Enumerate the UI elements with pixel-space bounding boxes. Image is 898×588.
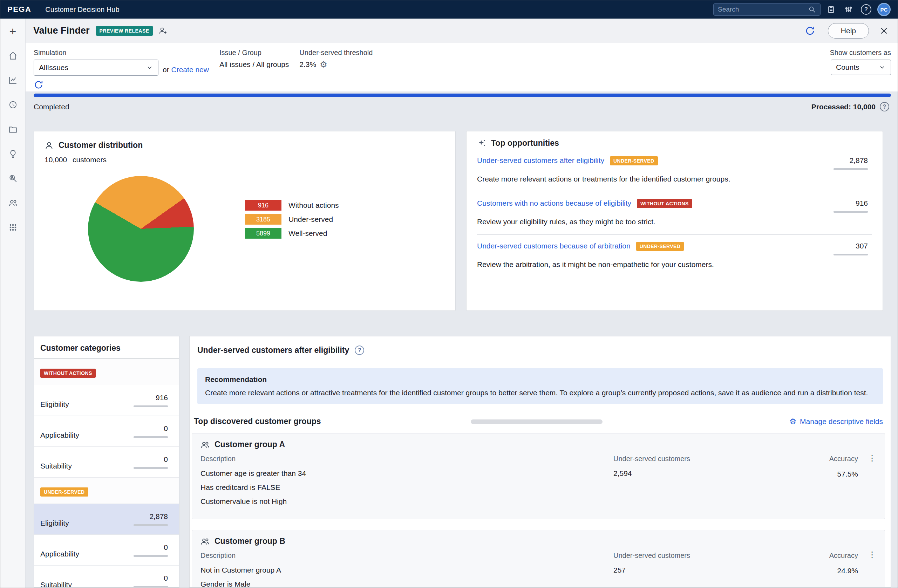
category-section-header: WITHOUT ACTIONS: [34, 359, 179, 385]
simulation-group: Simulation AllIssues: [34, 49, 158, 90]
under-served-customers-value: 2,594: [614, 469, 810, 477]
analytics-icon[interactable]: [5, 72, 21, 88]
customer-distribution-pie: [88, 176, 194, 282]
under-served-customers-label: Under-served customers: [614, 455, 810, 463]
gear-icon: ⚙: [789, 418, 797, 425]
rerun-simulation-icon[interactable]: [34, 80, 158, 90]
search-field[interactable]: [718, 6, 808, 13]
add-icon[interactable]: +: [5, 23, 21, 39]
refresh-icon[interactable]: [805, 26, 815, 36]
chevron-down-icon: [146, 64, 153, 71]
opportunity-row: Customers with no actions because of eli…: [477, 192, 872, 235]
category-minibar: [134, 524, 168, 526]
opportunity-row: Under-served customers after eligibility…: [477, 149, 872, 192]
category-row-suitability[interactable]: Suitability 0: [34, 566, 179, 588]
group-name: Customer group A: [215, 440, 285, 449]
opportunity-link[interactable]: Customers with no actions because of eli…: [477, 199, 631, 207]
customer-group-card-a: Customer group A Description Customer ag…: [192, 433, 885, 519]
category-row-eligibility-selected[interactable]: Eligibility 2,878: [34, 504, 179, 535]
main-area: Customer distribution 10,000 customers 9…: [26, 117, 898, 588]
kebab-menu-icon[interactable]: ⋮: [868, 551, 876, 559]
category-minibar: [134, 436, 168, 438]
group-criterion: Gender is Male: [200, 580, 603, 588]
categories-title: Customer categories: [34, 336, 179, 359]
clipboard-icon[interactable]: [824, 3, 838, 17]
category-row-suitability[interactable]: Suitability 0: [34, 447, 179, 477]
help-icon[interactable]: ?: [859, 3, 873, 17]
search-input[interactable]: [713, 3, 821, 16]
app-grid-icon[interactable]: [5, 220, 21, 235]
description-label: Description: [200, 455, 603, 463]
lightbulb-icon[interactable]: [5, 146, 21, 161]
kebab-menu-icon[interactable]: ⋮: [868, 454, 876, 462]
customers-suffix: customers: [72, 156, 106, 164]
opportunity-link[interactable]: Under-served customers after eligibility: [477, 156, 604, 165]
groups-heading-row: Top discovered customer groups ⚙ Manage …: [194, 417, 883, 426]
issue-group-value: All issues / All groups: [220, 60, 289, 69]
page-header: Value Finder PREVIEW RELEASE Help: [26, 18, 898, 43]
accuracy-label: Accuracy: [829, 551, 858, 560]
category-row-applicability[interactable]: Applicability 0: [34, 535, 179, 566]
people-icon: [200, 537, 210, 546]
opportunity-link[interactable]: Under-served customers because of arbitr…: [477, 242, 630, 250]
category-minibar: [134, 586, 168, 588]
create-new-link[interactable]: Create new: [171, 66, 209, 74]
category-minibar: [134, 467, 168, 469]
chevron-down-icon: [879, 64, 886, 71]
threshold-group: Under-served threshold 2.3% ⚙: [299, 49, 372, 69]
home-icon[interactable]: [5, 48, 21, 63]
folder-icon[interactable]: [5, 121, 21, 137]
value-finder-page: PEGA Customer Decision Hub ? PC +: [0, 0, 898, 588]
pie-legend: 916 Without actions 3185 Under-served 58…: [245, 200, 339, 242]
opportunity-row: Under-served customers because of arbitr…: [477, 235, 872, 277]
help-button[interactable]: Help: [828, 23, 869, 38]
category-row-applicability[interactable]: Applicability 0: [34, 416, 179, 447]
opportunity-minibar: [833, 254, 868, 255]
recommendation-text: Create more relevant actions or attracti…: [205, 388, 875, 397]
simulation-select[interactable]: AllIssues: [34, 60, 158, 76]
page-title: Value Finder: [33, 25, 90, 36]
detail-help-icon[interactable]: ?: [355, 345, 364, 355]
show-customers-value: Counts: [836, 63, 860, 72]
horizontal-scrollbar[interactable]: [471, 419, 603, 424]
category-row-eligibility[interactable]: Eligibility 916: [34, 385, 179, 416]
clock-icon[interactable]: [5, 97, 21, 112]
customer-categories-panel: Customer categories WITHOUT ACTIONS Elig…: [34, 336, 180, 588]
opportunity-value: 916: [856, 199, 868, 207]
customer-distribution-card: Customer distribution 10,000 customers 9…: [34, 131, 456, 311]
group-criterion: Customer age is greater than 34: [200, 469, 603, 477]
show-customers-select[interactable]: Counts: [831, 60, 891, 75]
issue-group: Issue / Group All issues / All groups: [220, 49, 289, 69]
under-served-badge: UNDER-SERVED: [610, 156, 658, 166]
without-actions-badge: WITHOUT ACTIONS: [637, 199, 692, 208]
under-served-detail-panel: Under-served customers after eligibility…: [189, 336, 891, 588]
person-share-icon[interactable]: [158, 26, 167, 35]
show-customers-group: Show customers as Counts: [830, 49, 891, 75]
close-icon[interactable]: [880, 26, 889, 35]
legend-item: 5899 Well-served: [245, 228, 339, 239]
app-title: Customer Decision Hub: [45, 6, 119, 14]
manage-descriptive-fields-link[interactable]: ⚙ Manage descriptive fields: [789, 418, 883, 426]
processed-help-icon[interactable]: ?: [880, 102, 889, 111]
status-row: Completed Processed: 10,000 ?: [26, 97, 898, 117]
opportunities-title: Top opportunities: [491, 138, 559, 148]
top-opportunities-card: Top opportunities Under-served customers…: [466, 131, 883, 311]
legend-chip-well-served: 5899: [245, 228, 281, 239]
pega-logo: PEGA: [8, 5, 31, 14]
simulation-value: AllIssues: [39, 63, 68, 72]
people-icon[interactable]: [5, 195, 21, 210]
category-minibar: [134, 555, 168, 557]
avatar[interactable]: PC: [877, 3, 890, 16]
person-icon: [45, 141, 54, 150]
sliders-icon[interactable]: [841, 3, 856, 17]
left-rail: +: [0, 18, 26, 588]
people-icon: [200, 440, 210, 449]
under-served-badge: UNDER-SERVED: [40, 487, 88, 497]
or-create-new: or Create new: [163, 66, 209, 74]
search-insights-icon[interactable]: [5, 170, 21, 186]
category-section-header: UNDER-SERVED: [34, 477, 179, 504]
legend-chip-under-served: 3185: [245, 214, 281, 225]
threshold-label: Under-served threshold: [299, 49, 372, 57]
opportunity-value: 2,878: [849, 156, 868, 165]
threshold-gear-icon[interactable]: ⚙: [320, 60, 328, 69]
